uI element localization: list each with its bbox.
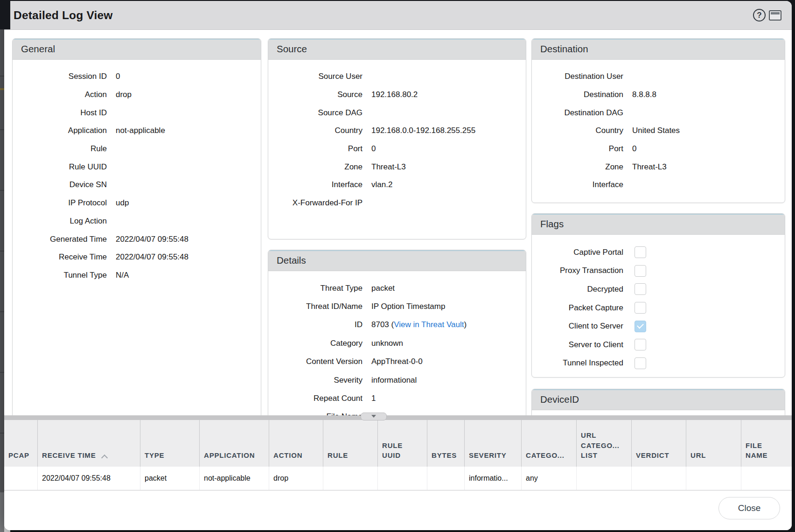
field-label: Threat Type <box>268 284 363 293</box>
field-label: Interface <box>268 180 363 189</box>
log-table-row[interactable]: 2022/04/07 09:55:48 packet not-applicabl… <box>4 467 792 490</box>
field-label: Zone <box>532 162 623 172</box>
log-field-row: CountryUnited States <box>532 122 785 140</box>
flag-row: Tunnel Inspected <box>532 354 785 373</box>
field-label: Port <box>268 144 363 154</box>
field-value: 192.168.0.0-192.168.255.255 <box>363 126 475 135</box>
cell-pcap <box>4 467 38 490</box>
flag-label: Packet Capture <box>532 303 623 313</box>
close-button[interactable]: Close <box>718 497 780 519</box>
log-field-row: ZoneThreat-L3 <box>532 158 785 176</box>
field-label: Application <box>13 126 107 135</box>
dimmed-app-sidebar <box>0 29 4 532</box>
log-field-row: Tunnel TypeN/A <box>13 266 261 285</box>
flag-label: Tunnel Inspected <box>532 358 623 368</box>
column-header-rule-uuid[interactable]: RULE UUID <box>378 420 427 467</box>
column-header-severity[interactable]: SEVERITY <box>465 420 522 467</box>
log-field-row: Rule <box>13 140 261 158</box>
checkbox[interactable] <box>635 321 646 332</box>
panel-general: General Session ID0 Actiondrop Host ID A… <box>12 38 261 444</box>
field-value: udp <box>107 198 129 208</box>
field-value: N/A <box>107 271 129 280</box>
cell-severity: informatio... <box>465 467 522 490</box>
column-header-pcap[interactable]: PCAP <box>4 420 38 467</box>
flag-row: Server to Client <box>532 336 785 354</box>
column-header-action[interactable]: ACTION <box>269 420 323 467</box>
column-header-url[interactable]: URL <box>686 420 741 467</box>
new-window-icon[interactable] <box>769 10 781 21</box>
log-field-row: Destination User <box>532 68 785 86</box>
field-value: 0 <box>107 72 120 81</box>
field-value: 8703 (View in Threat Vault) <box>363 320 467 329</box>
log-field-row: IP Protocoludp <box>13 194 261 212</box>
column-header-receive-time[interactable]: RECEIVE TIME <box>38 420 140 467</box>
splitter-collapse-handle[interactable] <box>361 413 387 420</box>
field-label: Port <box>532 144 623 154</box>
panel-deviceid-title: DeviceID <box>532 389 785 410</box>
field-value: not-applicable <box>107 126 165 135</box>
field-label: Category <box>268 339 363 348</box>
field-value: 2022/04/07 09:55:48 <box>107 252 188 262</box>
log-field-row: Interfacevlan.2 <box>268 176 526 194</box>
column-header-file-name[interactable]: FILE NAME <box>741 420 792 467</box>
field-label: Country <box>532 126 623 135</box>
cell-url-category-list <box>577 467 632 490</box>
dialog-title: Detailed Log View <box>14 9 113 22</box>
help-icon[interactable]: ? <box>753 9 766 21</box>
checkbox[interactable] <box>635 265 646 277</box>
cell-url <box>686 467 741 490</box>
checkbox[interactable] <box>635 339 646 350</box>
flag-row: Packet Capture <box>532 299 785 317</box>
log-field-row: Actiondrop <box>13 86 261 104</box>
field-value: informational <box>363 376 417 385</box>
checkbox[interactable] <box>635 357 646 369</box>
field-label: Action <box>13 90 107 99</box>
field-value: packet <box>363 284 395 293</box>
cell-file-name <box>741 467 792 490</box>
field-label: Content Version <box>268 357 363 366</box>
checkbox[interactable] <box>635 302 646 314</box>
field-label: ID <box>268 320 363 329</box>
sidebar-accent-line <box>0 88 4 90</box>
field-value: AppThreat-0-0 <box>363 357 423 366</box>
column-header-application[interactable]: APPLICATION <box>200 420 269 467</box>
panel-flags: Flags Captive Portal Proxy Transaction D… <box>531 213 785 378</box>
field-label: Severity <box>268 376 363 385</box>
cell-type: packet <box>140 467 200 490</box>
dialog-titlebar: Detailed Log View ? <box>4 1 792 30</box>
field-value: 192.168.80.2 <box>363 90 418 99</box>
field-label: IP Protocol <box>13 198 107 208</box>
log-field-row: Port0 <box>532 140 785 158</box>
cell-receive-time: 2022/04/07 09:55:48 <box>38 467 140 490</box>
log-field-row: X-Forwarded-For IP <box>268 194 526 212</box>
log-field-row: Rule UUID <box>13 158 261 176</box>
checkbox[interactable] <box>635 283 646 295</box>
column-header-verdict[interactable]: VERDICT <box>632 420 686 467</box>
column-header-category[interactable]: CATEGO... <box>522 420 577 467</box>
field-label: Tunnel Type <box>13 271 107 280</box>
field-label: Destination DAG <box>532 108 623 118</box>
flag-label: Captive Portal <box>532 248 623 257</box>
field-label: Source <box>268 90 363 99</box>
log-field-row: Receive Time2022/04/07 09:55:48 <box>13 248 261 266</box>
checkbox[interactable] <box>635 246 646 258</box>
flag-row: Client to Server <box>532 317 785 336</box>
column-header-bytes[interactable]: BYTES <box>427 420 465 467</box>
column-header-url-category-list[interactable]: URL CATEGO... LIST <box>577 420 632 467</box>
column-header-rule[interactable]: RULE <box>323 420 378 467</box>
log-field-row: Repeat Count1 <box>268 389 526 407</box>
field-label: Rule UUID <box>13 162 107 172</box>
flag-row: Decrypted <box>532 280 785 299</box>
sort-ascending-icon <box>102 454 107 459</box>
field-label: X-Forwarded-For IP <box>268 198 363 208</box>
threat-vault-link[interactable]: View in Threat Vault <box>394 320 464 329</box>
field-value: 0 <box>363 144 376 154</box>
field-value: vlan.2 <box>363 180 392 189</box>
log-field-row: ZoneThreat-L3 <box>268 158 526 176</box>
log-field-row: Interface <box>532 176 785 194</box>
field-value: Threat-L3 <box>363 162 406 172</box>
flag-row: Captive Portal <box>532 243 785 262</box>
cell-application: not-applicable <box>200 467 269 490</box>
column-header-type[interactable]: TYPE <box>140 420 200 467</box>
field-label: Destination User <box>532 72 623 81</box>
